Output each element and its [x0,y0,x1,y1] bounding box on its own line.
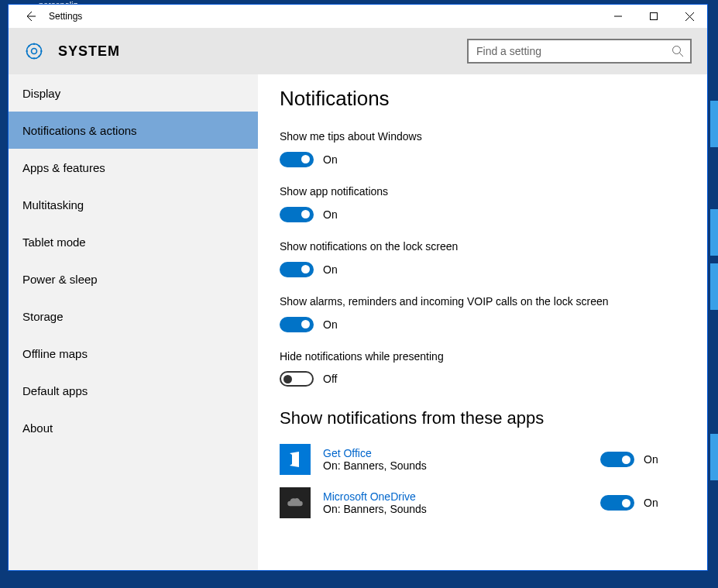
maximize-button[interactable] [636,5,672,28]
sidebar-item-about[interactable]: About [9,409,258,446]
sidebar-item-display[interactable]: Display [9,74,258,112]
setting-label: Hide notifications while presenting [280,349,620,364]
sidebar-item-storage[interactable]: Storage [9,297,258,335]
section-heading: Notifications [280,87,685,111]
toggle-lock-screen-notifications[interactable] [280,262,314,277]
sidebar: Display Notifications & actions Apps & f… [9,74,258,570]
desktop-tile [710,101,718,147]
app-row-onedrive[interactable]: Microsoft OneDrive On: Banners, Sounds O… [280,487,685,518]
sidebar-item-apps-features[interactable]: Apps & features [9,149,258,186]
apps-heading: Show notifications from these apps [280,408,685,428]
app-name: Get Office [323,447,600,459]
setting-hide-presenting: Hide notifications while presenting Off [280,349,685,387]
setting-label: Show notifications on the lock screen [280,239,620,254]
toggle-alarms-voip[interactable] [280,317,314,332]
window-controls [600,5,707,28]
toggle-state: Off [323,373,337,385]
toggle-state: On [323,263,338,276]
page-title: SYSTEM [58,43,467,60]
setting-tips: Show me tips about Windows On [280,129,685,167]
minimize-button[interactable] [600,5,636,28]
minimize-icon [614,12,622,20]
setting-app-notifications: Show app notifications On [280,184,685,222]
sidebar-item-offline-maps[interactable]: Offline maps [9,335,258,372]
sidebar-item-tablet-mode[interactable]: Tablet mode [9,223,258,260]
arrow-left-icon [24,10,36,22]
window-title: Settings [49,11,600,22]
search-box[interactable] [467,39,692,64]
toggle-hide-presenting[interactable] [280,371,314,387]
setting-alarms-voip: Show alarms, reminders and incoming VOIP… [280,294,685,332]
body: Display Notifications & actions Apps & f… [9,74,707,570]
close-icon [685,12,694,21]
svg-point-4 [32,49,37,54]
desktop-tile [710,209,718,256]
search-icon [672,45,684,57]
desktop-tile [710,263,718,310]
toggle-state: On [323,318,338,331]
back-button[interactable] [18,5,43,28]
svg-point-5 [26,43,41,58]
toggle-tips[interactable] [280,152,314,167]
setting-lock-screen-notifications: Show notifications on the lock screen On [280,239,685,277]
sidebar-item-multitasking[interactable]: Multitasking [9,186,258,223]
toggle-state: On [644,453,658,466]
sidebar-item-notifications-actions[interactable]: Notifications & actions [9,112,258,149]
onedrive-icon [280,487,311,518]
toggle-state: On [644,497,658,509]
sidebar-item-power-sleep[interactable]: Power & sleep [9,260,258,297]
toggle-state: On [323,208,338,221]
office-icon [280,444,311,475]
app-name: Microsoft OneDrive [323,490,600,503]
sidebar-item-default-apps[interactable]: Default apps [9,372,258,409]
content: Notifications Show me tips about Windows… [258,74,707,570]
svg-line-7 [680,53,684,57]
app-row-get-office[interactable]: Get Office On: Banners, Sounds On [280,444,685,475]
setting-label: Show alarms, reminders and incoming VOIP… [280,294,620,309]
svg-point-6 [673,46,681,54]
close-button[interactable] [672,5,707,28]
svg-rect-1 [651,13,658,20]
desktop-tile [710,434,718,480]
header: SYSTEM [9,28,707,74]
search-input[interactable] [476,45,672,57]
maximize-icon [650,12,658,20]
toggle-app-get-office[interactable] [600,452,634,467]
toggle-app-onedrive[interactable] [600,495,634,511]
setting-label: Show me tips about Windows [280,129,620,144]
app-detail: On: Banners, Sounds [323,459,600,472]
toggle-app-notifications[interactable] [280,207,314,222]
settings-window: Settings SYSTEM [8,4,708,571]
gear-icon [24,41,44,61]
setting-label: Show app notifications [280,184,620,199]
app-detail: On: Banners, Sounds [323,503,600,515]
titlebar[interactable]: Settings [9,5,707,28]
toggle-state: On [323,153,338,166]
